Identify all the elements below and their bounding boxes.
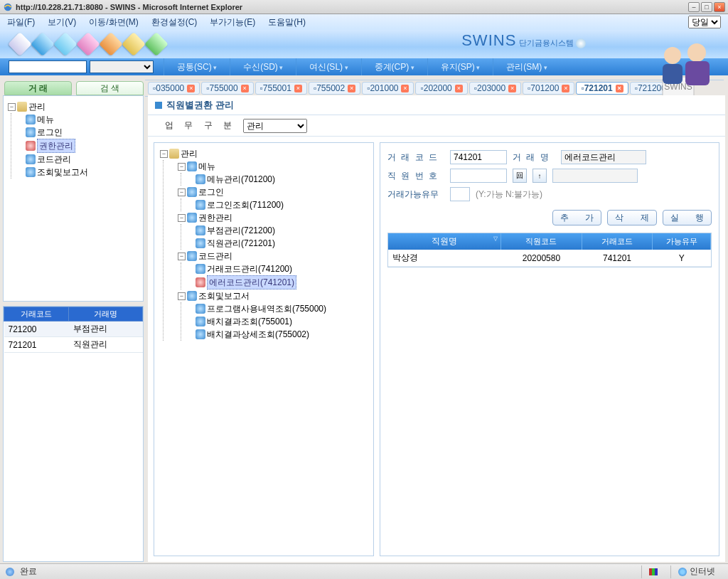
nav-menu-cp[interactable]: 중계(CP) <box>361 58 427 75</box>
close-tab-icon[interactable]: × <box>455 85 463 92</box>
grid-row[interactable]: 박상경20200580741201Y <box>388 250 711 267</box>
menu-help[interactable]: 도움말(H) <box>268 16 306 28</box>
close-tab-icon[interactable]: × <box>401 85 409 92</box>
lookup-button[interactable]: 回 <box>513 169 527 183</box>
day-select[interactable]: 당일 <box>688 16 721 28</box>
midtree-root[interactable]: −관리 <box>159 147 369 160</box>
midtree-leaf[interactable]: 배치결과조회(755001) <box>194 315 369 328</box>
code-row[interactable]: 721200부점관리 <box>4 322 143 337</box>
collapse-icon[interactable]: − <box>178 163 186 171</box>
navtree-item[interactable]: 권한관리 <box>24 139 140 153</box>
close-button[interactable]: × <box>714 2 725 12</box>
collapse-icon[interactable]: − <box>160 150 168 158</box>
midtree-leaf[interactable]: 로그인조회(711200) <box>194 198 369 211</box>
close-tab-icon[interactable]: × <box>616 85 623 92</box>
nav-menu-sl[interactable]: 여신(SL) <box>296 58 360 75</box>
maximize-button[interactable]: □ <box>701 2 712 12</box>
doc-tab-721200[interactable]: ▫721200× <box>630 82 682 95</box>
midtree-leaf[interactable]: 메뉴관리(701200) <box>194 173 369 186</box>
midtree-branch[interactable]: −로그인 <box>176 186 369 198</box>
tree-root[interactable]: − 관리 <box>6 100 140 113</box>
delete-button[interactable]: 삭 제 <box>607 210 656 225</box>
close-tab-icon[interactable]: × <box>187 85 195 92</box>
doc-tab-721201[interactable]: ▫721201× <box>576 82 628 95</box>
input-trname[interactable] <box>561 150 646 164</box>
close-tab-icon[interactable]: × <box>348 85 355 92</box>
minimize-button[interactable]: – <box>688 2 700 12</box>
toolbar-icon-6[interactable] <box>122 32 146 56</box>
grid-h3[interactable]: 가능유무 <box>653 233 711 250</box>
input-trcode[interactable] <box>450 150 507 164</box>
nav-menu-sc[interactable]: 공통(SC) <box>164 58 230 75</box>
nav-input-1[interactable] <box>9 60 87 73</box>
collapse-icon[interactable]: − <box>178 292 186 300</box>
close-tab-icon[interactable]: × <box>669 85 677 92</box>
midtree-leaf-label: 에러코드관리(741201) <box>207 275 296 290</box>
midtree-leaf[interactable]: 거래코드관리(741200) <box>194 262 369 275</box>
midtree-leaf[interactable]: 에러코드관리(741201) <box>194 275 369 290</box>
up-button[interactable]: ↑ <box>532 169 547 183</box>
midtree-branch[interactable]: −조회및보고서 <box>176 290 369 302</box>
toolbar-icon-3[interactable] <box>53 32 77 56</box>
midtree-leaf[interactable]: 프로그램사용내역조회(755000) <box>194 302 369 315</box>
midtree-branch[interactable]: −권한관리 <box>176 211 369 224</box>
doc-tab-035000[interactable]: ▫035000× <box>148 82 200 95</box>
grid-h0[interactable]: 직원명▽ <box>388 233 501 250</box>
midtree-branch[interactable]: −메뉴 <box>176 160 369 173</box>
code-row[interactable]: 721201직원관리 <box>4 337 143 353</box>
navtree-item[interactable]: 메뉴 <box>24 113 140 126</box>
codetbl-h1[interactable]: 거래명 <box>69 307 143 322</box>
doc-tab-203000[interactable]: ▫203000× <box>469 82 521 95</box>
menu-move[interactable]: 이동/화면(M) <box>89 16 138 28</box>
filter-select[interactable]: 관리 <box>243 119 307 133</box>
leaf-icon <box>26 154 36 164</box>
close-tab-icon[interactable]: × <box>294 85 302 92</box>
toolbar-icon-5[interactable] <box>99 32 123 56</box>
collapse-icon[interactable]: − <box>178 214 186 222</box>
midtree-leaf[interactable]: 직원관리(721201) <box>194 237 369 250</box>
add-button[interactable]: 추 가 <box>552 210 601 225</box>
nav-menu-sd[interactable]: 수신(SD) <box>230 58 296 75</box>
input-avail[interactable] <box>450 187 470 201</box>
collapse-icon[interactable]: − <box>178 188 186 196</box>
grid-h1[interactable]: 직원코드 <box>501 233 582 250</box>
midtree-branch[interactable]: −코드관리 <box>176 250 369 262</box>
input-empname[interactable] <box>552 169 638 183</box>
midtree-leaf[interactable]: 부점관리(721200) <box>194 224 369 237</box>
doc-tab-755000[interactable]: ▫755000× <box>201 82 253 95</box>
menu-settings[interactable]: 환경설정(C) <box>151 16 198 28</box>
navtree-item[interactable]: 조회및보고서 <box>24 166 140 179</box>
run-button[interactable]: 실 행 <box>663 210 712 225</box>
menu-file[interactable]: 파일(F) <box>7 16 35 28</box>
close-tab-icon[interactable]: × <box>241 85 249 92</box>
doc-tab-202000[interactable]: ▫202000× <box>415 82 467 95</box>
nav-menu-sp[interactable]: 유지(SP) <box>427 58 493 75</box>
nav-menu-sm[interactable]: 관리(SM) <box>493 58 560 75</box>
menu-view[interactable]: 보기(V) <box>48 16 76 28</box>
status-done: 완료 <box>20 565 37 578</box>
doc-tab-201000[interactable]: ▫201000× <box>362 82 414 95</box>
navtree-item[interactable]: 로그인 <box>24 126 140 139</box>
left-tab-trade[interactable]: 거 래 <box>4 81 72 95</box>
toolbar-icon-2[interactable] <box>31 32 55 56</box>
nav-select-1[interactable] <box>90 60 154 73</box>
doc-tab-755002[interactable]: ▫755002× <box>309 82 360 95</box>
toolbar-icon-1[interactable] <box>8 32 32 56</box>
toolbar-icon-7[interactable] <box>144 32 168 56</box>
navtree-item[interactable]: 코드관리 <box>24 153 140 166</box>
left-tab-search[interactable]: 검 색 <box>76 81 144 95</box>
doc-tab-701200[interactable]: ▫701200× <box>523 82 574 95</box>
collapse-icon[interactable]: − <box>8 103 16 111</box>
doc-tab-755001[interactable]: ▫755001× <box>255 82 307 95</box>
doc-tabs: ▫035000×▫755000×▫755001×▫755002×▫201000×… <box>145 80 724 97</box>
midtree-leaf[interactable]: 배치결과상세조회(755002) <box>194 328 369 341</box>
collapse-icon[interactable]: − <box>178 253 186 260</box>
leaf-icon <box>196 329 205 339</box>
menu-extra[interactable]: 부가기능(E) <box>210 16 255 28</box>
input-empno[interactable] <box>450 169 507 183</box>
codetbl-h0[interactable]: 거래코드 <box>4 307 69 322</box>
grid-h2[interactable]: 거래코드 <box>582 233 653 250</box>
close-tab-icon[interactable]: × <box>562 85 569 92</box>
toolbar-icon-4[interactable] <box>76 32 100 56</box>
close-tab-icon[interactable]: × <box>508 85 516 92</box>
